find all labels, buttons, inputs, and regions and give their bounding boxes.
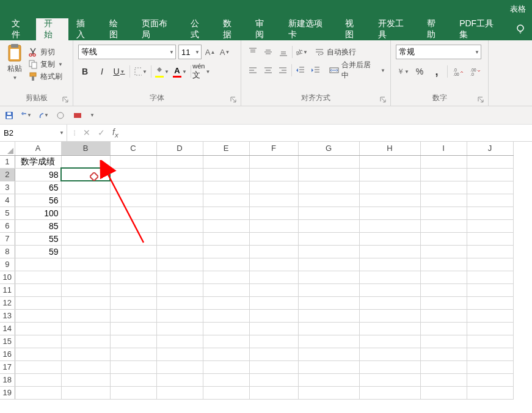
cell-H4[interactable] [359, 194, 420, 206]
cell-I7[interactable] [420, 232, 467, 245]
qat-customize-icon[interactable]: ▼ [90, 112, 95, 118]
cell-E1[interactable] [203, 155, 249, 168]
cell-J14[interactable] [467, 322, 513, 335]
row-header-3[interactable]: 3 [0, 181, 15, 194]
cell-D2[interactable] [156, 168, 203, 181]
cell-D4[interactable] [156, 194, 203, 206]
align-top-button[interactable] [246, 45, 260, 59]
row-header-15[interactable]: 15 [0, 335, 15, 348]
col-header-D[interactable]: D [156, 142, 203, 155]
cell-B7[interactable] [61, 232, 110, 245]
cell-G9[interactable] [298, 258, 359, 271]
cell-E17[interactable] [203, 360, 249, 373]
row-header-2[interactable]: 2 [0, 168, 15, 181]
cell-B10[interactable] [61, 271, 110, 283]
redo-button[interactable]: ▼ [38, 110, 49, 121]
row-header-8[interactable]: 8 [0, 245, 15, 258]
cell-A4[interactable]: 56 [15, 194, 61, 206]
cell-J10[interactable] [467, 271, 513, 283]
copy-button[interactable]: 复制 ▼ [28, 59, 63, 70]
cell-G18[interactable] [298, 373, 359, 386]
cell-I10[interactable] [420, 271, 467, 283]
cell-J17[interactable] [467, 360, 513, 373]
cell-C19[interactable] [110, 386, 156, 399]
cell-F18[interactable] [249, 373, 298, 386]
cell-D8[interactable] [156, 245, 203, 258]
cell-I1[interactable] [420, 155, 467, 168]
align-center-button[interactable] [261, 64, 275, 77]
cell-F11[interactable] [249, 283, 298, 296]
menu-item-2[interactable]: 插入 [68, 18, 101, 40]
select-all-button[interactable] [0, 142, 15, 155]
cell-G1[interactable] [298, 155, 359, 168]
menu-item-0[interactable]: 文件 [4, 18, 36, 40]
comma-button[interactable]: , [430, 65, 443, 78]
cell-J7[interactable] [467, 232, 513, 245]
cell-G10[interactable] [298, 271, 359, 283]
col-header-A[interactable]: A [15, 142, 61, 155]
cell-H15[interactable] [359, 335, 420, 348]
cell-C7[interactable] [110, 232, 156, 245]
row-header-17[interactable]: 17 [0, 360, 15, 373]
cell-E8[interactable] [203, 245, 249, 258]
row-header-14[interactable]: 14 [0, 322, 15, 335]
menu-item-6[interactable]: 数据 [215, 18, 247, 40]
cell-G3[interactable] [298, 181, 359, 194]
cell-H10[interactable] [359, 271, 420, 283]
cell-G4[interactable] [298, 194, 359, 206]
cell-B12[interactable] [61, 296, 110, 309]
menu-item-8[interactable]: 新建选项卡 [280, 18, 338, 40]
cell-A18[interactable] [15, 373, 61, 386]
cell-I17[interactable] [420, 360, 467, 373]
cell-H6[interactable] [359, 219, 420, 232]
cell-E19[interactable] [203, 386, 249, 399]
row-header-11[interactable]: 11 [0, 283, 15, 296]
cell-H8[interactable] [359, 245, 420, 258]
cell-A7[interactable]: 55 [15, 232, 61, 245]
cell-E6[interactable] [203, 219, 249, 232]
cell-G2[interactable] [298, 168, 359, 181]
cell-A1[interactable]: 数学成绩 [15, 155, 61, 168]
cell-A9[interactable] [15, 258, 61, 271]
font-color-button[interactable]: A▼ [173, 66, 187, 78]
cell-F15[interactable] [249, 335, 298, 348]
cell-F19[interactable] [249, 386, 298, 399]
save-button[interactable] [4, 110, 15, 121]
cell-I18[interactable] [420, 373, 467, 386]
cell-C16[interactable] [110, 348, 156, 360]
cell-D10[interactable] [156, 271, 203, 283]
cell-H9[interactable] [359, 258, 420, 271]
align-left-button[interactable] [246, 64, 260, 77]
cell-C4[interactable] [110, 194, 156, 206]
cell-F16[interactable] [249, 348, 298, 360]
qat-button-4[interactable] [55, 110, 66, 121]
paste-dropdown-icon[interactable]: ▼ [13, 75, 18, 81]
formula-input[interactable] [125, 125, 532, 141]
cell-D7[interactable] [156, 232, 203, 245]
cell-A12[interactable] [15, 296, 61, 309]
cell-F17[interactable] [249, 360, 298, 373]
cell-C17[interactable] [110, 360, 156, 373]
cell-J11[interactable] [467, 283, 513, 296]
cell-F1[interactable] [249, 155, 298, 168]
cell-A13[interactable] [15, 309, 61, 322]
row-header-6[interactable]: 6 [0, 219, 15, 232]
fx-button[interactable]: fx [112, 127, 118, 139]
font-launcher-icon[interactable] [230, 96, 237, 103]
cell-D5[interactable] [156, 206, 203, 219]
paste-button[interactable]: 粘贴 ▼ [5, 43, 24, 86]
cell-C13[interactable] [110, 309, 156, 322]
tell-me-icon[interactable] [509, 18, 532, 40]
cell-E15[interactable] [203, 335, 249, 348]
cell-C12[interactable] [110, 296, 156, 309]
menu-item-7[interactable]: 审阅 [247, 18, 280, 40]
cell-H18[interactable] [359, 373, 420, 386]
cell-I4[interactable] [420, 194, 467, 206]
cell-D12[interactable] [156, 296, 203, 309]
name-box[interactable]: B2 ▼ [0, 125, 67, 141]
cell-E12[interactable] [203, 296, 249, 309]
cell-E18[interactable] [203, 373, 249, 386]
font-size-select[interactable]: 11 ▼ [178, 45, 202, 59]
cell-B2[interactable] [61, 168, 110, 181]
cell-B19[interactable] [61, 386, 110, 399]
